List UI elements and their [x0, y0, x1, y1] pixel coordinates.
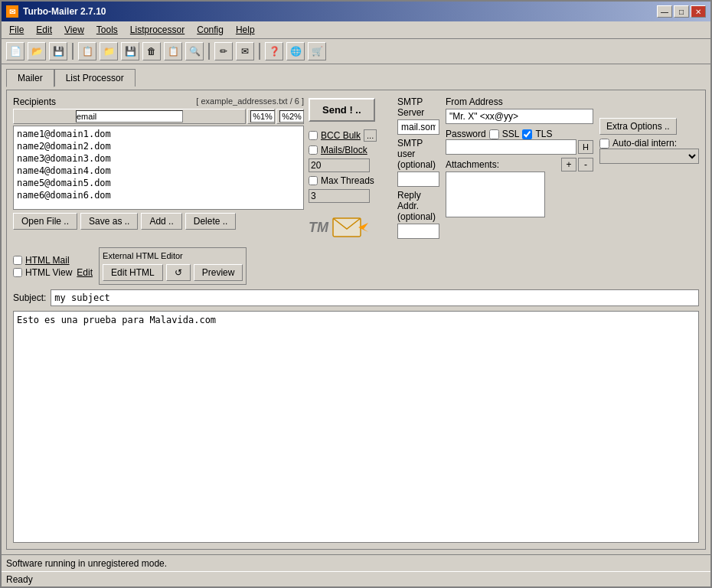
attach-remove-button[interactable]: -: [578, 158, 593, 172]
maximize-button[interactable]: □: [674, 5, 689, 18]
menu-help[interactable]: Help: [231, 23, 260, 37]
add-button[interactable]: Add ..: [141, 213, 181, 230]
recipients-list[interactable]: name1@domain1.dom name2@domain2.dom name…: [13, 126, 304, 210]
toolbar-save2[interactable]: 💾: [121, 42, 139, 60]
edit-html-button[interactable]: Edit HTML: [103, 264, 163, 281]
toolbar: 📄 📂 💾 📋 📁 💾 🗑 📋 🔍 ✏ ✉ ❓ 🌐 🛒: [2, 39, 710, 64]
col-email-input[interactable]: [76, 110, 183, 122]
toolbar-list[interactable]: 📋: [164, 42, 182, 60]
from-address-input[interactable]: [446, 109, 593, 124]
toolbar-buy[interactable]: 🛒: [308, 42, 326, 60]
tls-checkbox[interactable]: [522, 129, 532, 139]
logo-area: TM: [309, 212, 393, 243]
recipients-buttons: Open File .. Save as .. Add .. Delete ..: [13, 213, 304, 230]
edit-label: Edit: [77, 267, 93, 278]
main-content: Mailer List Processor Recipients [ examp…: [2, 64, 710, 554]
list-item[interactable]: name6@domain6.dom: [15, 189, 302, 201]
list-item[interactable]: name5@domain5.dom: [15, 177, 302, 189]
tab-mailer[interactable]: Mailer: [6, 69, 54, 87]
auto-dial-row: Auto-dial intern:: [599, 138, 699, 149]
menu-tools[interactable]: Tools: [92, 23, 122, 37]
mails-block-input[interactable]: [309, 158, 370, 172]
recipients-header: Recipients [ example_addresses.txt / 6 ]: [13, 96, 304, 107]
toolbar-save[interactable]: 💾: [49, 42, 67, 60]
h-button[interactable]: H: [578, 140, 593, 154]
attach-add-button[interactable]: +: [561, 158, 576, 172]
open-file-button[interactable]: Open File ..: [13, 213, 77, 230]
attach-buttons: + -: [561, 158, 593, 172]
tab-list-processor[interactable]: List Processor: [54, 69, 136, 87]
menu-config[interactable]: Config: [192, 23, 228, 37]
external-editor-box: External HTML Editor Edit HTML ↺ Preview: [99, 247, 247, 285]
editor-buttons: Edit HTML ↺ Preview: [103, 264, 243, 281]
bcc-bulk-label: BCC Bulk: [321, 130, 361, 141]
menu-view[interactable]: View: [60, 23, 89, 37]
close-button[interactable]: ✕: [691, 5, 706, 18]
smtp-user-label: SMTP user (optional): [397, 138, 439, 170]
status-message: Software running in unregistered mode.: [6, 558, 167, 569]
extra-options-button[interactable]: Extra Options ..: [599, 118, 677, 135]
list-item[interactable]: name1@domain1.dom: [15, 128, 302, 140]
toolbar-mail[interactable]: ✉: [236, 42, 254, 60]
send-button[interactable]: Send ! ..: [309, 98, 375, 122]
reply-addr-input[interactable]: [397, 224, 439, 239]
toolbar-new[interactable]: 📄: [6, 42, 24, 60]
ssl-checkbox[interactable]: [489, 129, 499, 139]
subject-row: Subject:: [13, 289, 699, 306]
preview-button[interactable]: Preview: [194, 264, 243, 281]
delete-button[interactable]: Delete ..: [185, 213, 237, 230]
menu-file[interactable]: File: [5, 23, 28, 37]
body-textarea[interactable]: Esto es una prueba para Malavida.com: [13, 311, 699, 543]
mails-block-row: Mails/Block: [309, 145, 393, 155]
html-view-checkbox[interactable]: [13, 268, 22, 277]
recipients-section: Recipients [ example_addresses.txt / 6 ]: [13, 96, 304, 230]
col-pct2-input[interactable]: [279, 110, 304, 122]
reply-addr-group: Reply Addr. (optional): [397, 190, 439, 239]
bcc-bulk-checkbox[interactable]: [309, 131, 318, 140]
attachments-header: Attachments: + -: [446, 158, 593, 172]
bcc-bulk-options-button[interactable]: ...: [364, 129, 377, 142]
password-input[interactable]: [446, 139, 576, 155]
mails-block-checkbox[interactable]: [309, 145, 318, 155]
max-threads-input[interactable]: [309, 189, 370, 203]
auto-dial-dropdown[interactable]: [599, 149, 699, 164]
col-pct1-input[interactable]: [250, 110, 275, 122]
toolbar-copy[interactable]: 📋: [78, 42, 96, 60]
html-mail-label: HTML Mail: [25, 255, 70, 266]
max-threads-checkbox[interactable]: [309, 176, 318, 185]
smtp-user-input[interactable]: [397, 172, 439, 187]
html-section: HTML Mail HTML View Edit External HTML E…: [13, 247, 699, 285]
menu-listprocessor[interactable]: Listprocessor: [126, 23, 189, 37]
password-group: Password SSL TLS H: [446, 127, 593, 155]
subject-input[interactable]: [51, 289, 699, 306]
list-item[interactable]: name3@domain3.dom: [15, 152, 302, 165]
save-as-button[interactable]: Save as ..: [80, 213, 138, 230]
toolbar-web[interactable]: 🌐: [286, 42, 305, 60]
title-bar-left: ✉ Turbo-Mailer 2.7.10: [6, 5, 106, 18]
tls-label: TLS: [535, 129, 552, 139]
menu-bar: File Edit View Tools Listprocessor Confi…: [2, 21, 710, 39]
col-header-row: [13, 109, 304, 124]
refresh-button[interactable]: ↺: [166, 264, 191, 281]
from-address-group: From Address: [446, 96, 593, 124]
toolbar-paste[interactable]: 📁: [100, 42, 118, 60]
top-panel: Recipients [ example_addresses.txt / 6 ]: [13, 96, 699, 243]
toolbar-help[interactable]: ❓: [265, 42, 283, 60]
list-item[interactable]: name2@domain2.dom: [15, 140, 302, 152]
auto-dial-checkbox[interactable]: [599, 139, 609, 149]
toolbar-find[interactable]: 🔍: [185, 42, 204, 60]
toolbar-open[interactable]: 📂: [28, 42, 46, 60]
title-bar: ✉ Turbo-Mailer 2.7.10 — □ ✕: [2, 2, 710, 21]
html-mail-checkbox[interactable]: [13, 256, 22, 265]
toolbar-edit[interactable]: ✏: [214, 42, 233, 60]
body-area: Esto es una prueba para Malavida.com: [13, 311, 699, 543]
attachments-box: [446, 172, 545, 217]
toolbar-delete[interactable]: 🗑: [142, 42, 161, 60]
email-arrow-icon: [332, 212, 370, 243]
status-ready-bar: Ready: [2, 571, 710, 586]
list-item[interactable]: name4@domain4.dom: [15, 165, 302, 177]
from-address-label: From Address: [446, 96, 593, 107]
menu-edit[interactable]: Edit: [31, 23, 57, 37]
minimize-button[interactable]: —: [657, 5, 672, 18]
smtp-server-input[interactable]: [397, 119, 439, 135]
